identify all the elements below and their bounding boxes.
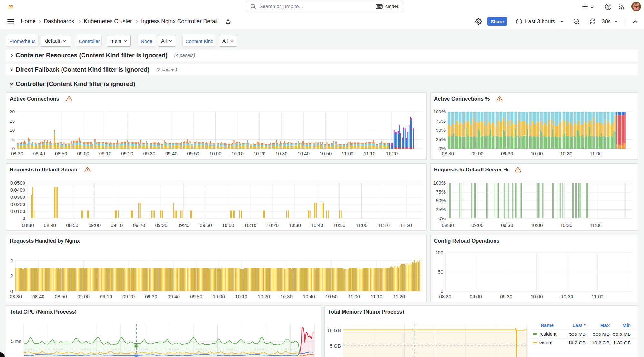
svg-text:10:00: 10:00	[531, 151, 543, 156]
svg-text:Last *: Last *	[572, 323, 586, 328]
svg-text:10:40: 10:40	[297, 151, 310, 156]
svg-text:10:10: 10:10	[244, 222, 256, 228]
svg-text:10:50: 10:50	[325, 294, 338, 299]
svg-text:08:30: 08:30	[10, 294, 22, 299]
svg-text:11:00: 11:00	[348, 294, 360, 299]
svg-text:0.0400: 0.0400	[10, 187, 25, 193]
svg-text:11:00: 11:00	[592, 294, 603, 299]
svg-text:10:30: 10:30	[561, 294, 573, 299]
svg-text:09:10: 09:10	[100, 294, 112, 299]
svg-text:09:40: 09:40	[168, 294, 180, 299]
svg-text:1.30 GB: 1.30 GB	[613, 340, 631, 345]
svg-text:09:00: 09:00	[77, 151, 89, 156]
svg-text:10:20: 10:20	[258, 294, 270, 299]
svg-text:08:30: 08:30	[442, 222, 454, 228]
svg-text:10 GB: 10 GB	[327, 327, 341, 333]
svg-text:09:10: 09:10	[111, 222, 123, 228]
svg-text:09:30: 09:30	[501, 151, 513, 156]
svg-text:09:50: 09:50	[190, 294, 202, 299]
svg-text:08:50: 08:50	[55, 294, 67, 299]
svg-text:75%: 75%	[436, 118, 446, 124]
svg-text:10:30: 10:30	[560, 151, 572, 156]
svg-text:09:10: 09:10	[99, 151, 111, 156]
svg-text:08:30: 08:30	[22, 222, 34, 228]
svg-text:09:00: 09:00	[89, 222, 101, 228]
svg-text:10: 10	[9, 127, 15, 133]
svg-text:09:50: 09:50	[200, 222, 212, 228]
svg-text:10:50: 10:50	[320, 151, 332, 156]
svg-text:0%: 0%	[438, 146, 446, 151]
svg-text:10:40: 10:40	[303, 294, 315, 299]
svg-text:09:40: 09:40	[165, 151, 178, 156]
svg-text:55.5 MB: 55.5 MB	[613, 331, 631, 337]
svg-text:09:30: 09:30	[145, 294, 157, 299]
svg-text:50%: 50%	[436, 127, 446, 133]
svg-text:09:20: 09:20	[122, 294, 135, 299]
svg-text:10:10: 10:10	[231, 151, 244, 156]
svg-text:Min: Min	[622, 323, 631, 328]
svg-text:0.0500: 0.0500	[10, 180, 25, 186]
svg-text:10:10: 10:10	[235, 294, 247, 299]
svg-text:10:00: 10:00	[213, 294, 225, 299]
svg-text:4: 4	[10, 257, 13, 263]
svg-text:0: 0	[12, 146, 15, 151]
svg-text:10:50: 10:50	[333, 222, 346, 228]
svg-text:5 ms: 5 ms	[11, 338, 21, 344]
svg-text:0%: 0%	[438, 216, 446, 221]
svg-text:09:50: 09:50	[187, 151, 199, 156]
svg-text:5: 5	[12, 137, 15, 142]
svg-text:09:20: 09:20	[121, 151, 133, 156]
svg-text:10:00: 10:00	[222, 222, 234, 228]
svg-text:10:30: 10:30	[275, 151, 288, 156]
svg-text:09:00: 09:00	[470, 294, 482, 299]
svg-text:08:50: 08:50	[66, 222, 78, 228]
svg-text:586 MB: 586 MB	[593, 331, 610, 337]
svg-text:0.0200: 0.0200	[10, 201, 25, 207]
svg-text:10:00: 10:00	[209, 151, 222, 156]
svg-text:100%: 100%	[433, 109, 446, 114]
svg-text:09:00: 09:00	[77, 294, 90, 299]
svg-text:0.0300: 0.0300	[10, 194, 25, 200]
svg-text:08:30: 08:30	[442, 151, 454, 156]
svg-text:09:00: 09:00	[471, 222, 484, 228]
svg-text:08:50: 08:50	[55, 151, 67, 156]
svg-text:09:30: 09:30	[500, 294, 513, 299]
svg-text:Max: Max	[600, 323, 610, 328]
svg-text:08:40: 08:40	[33, 151, 45, 156]
svg-text:08:30: 08:30	[439, 294, 452, 299]
svg-text:20: 20	[9, 109, 15, 114]
svg-text:11:00: 11:00	[356, 222, 367, 228]
svg-text:10.2 GB: 10.2 GB	[568, 340, 586, 345]
svg-text:0: 0	[10, 288, 13, 294]
svg-text:11:00: 11:00	[590, 222, 601, 228]
svg-text:10:30: 10:30	[289, 222, 301, 228]
svg-text:5 GB: 5 GB	[330, 343, 341, 349]
svg-text:100: 100	[435, 250, 443, 255]
svg-text:11:20: 11:20	[393, 294, 405, 299]
svg-text:10:30: 10:30	[280, 294, 293, 299]
svg-text:Name: Name	[541, 323, 554, 328]
svg-text:2: 2	[10, 273, 13, 278]
svg-text:15: 15	[9, 118, 15, 124]
svg-text:10.6 GB: 10.6 GB	[592, 340, 610, 345]
svg-text:586 MB: 586 MB	[569, 331, 586, 337]
svg-text:75%: 75%	[436, 189, 446, 195]
svg-text:0.0100: 0.0100	[10, 208, 25, 214]
svg-text:09:30: 09:30	[143, 151, 156, 156]
svg-text:10:00: 10:00	[531, 222, 543, 228]
svg-text:10:30: 10:30	[560, 222, 572, 228]
svg-text:08:40: 08:40	[44, 222, 56, 228]
svg-text:09:30: 09:30	[501, 222, 513, 228]
svg-text:50%: 50%	[436, 198, 446, 203]
svg-text:0: 0	[441, 288, 443, 294]
svg-text:10:20: 10:20	[266, 222, 279, 228]
svg-text:resident: resident	[539, 331, 557, 337]
svg-text:0: 0	[23, 216, 25, 221]
svg-text:11:10: 11:10	[371, 294, 382, 299]
svg-text:50: 50	[438, 269, 443, 275]
svg-text:11:10: 11:10	[364, 151, 375, 156]
svg-text:09:00: 09:00	[471, 151, 484, 156]
svg-text:100%: 100%	[433, 180, 446, 186]
svg-text:25%: 25%	[436, 137, 446, 142]
svg-text:08:30: 08:30	[11, 151, 23, 156]
